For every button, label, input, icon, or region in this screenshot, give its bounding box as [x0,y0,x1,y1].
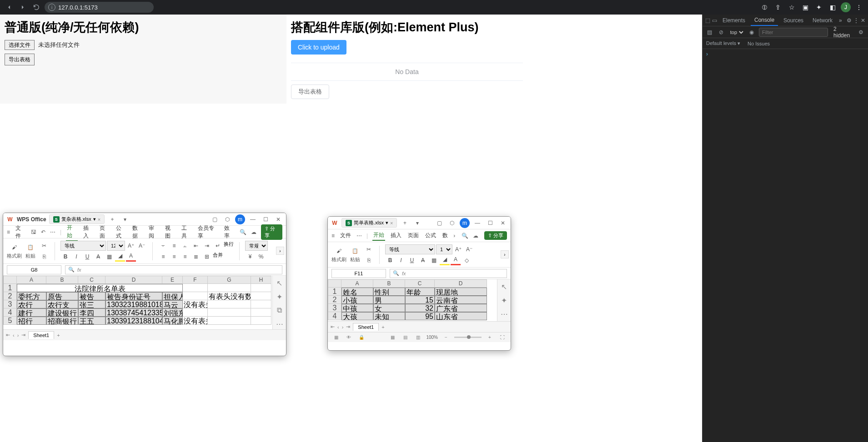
cube-icon[interactable]: ⬡ [447,218,457,228]
file-menu[interactable]: 文件 [15,223,26,241]
font-grow-icon[interactable]: A⁺ [126,241,136,251]
align-top-icon[interactable]: ⫟ [158,241,168,251]
sheet-last-icon[interactable]: ⇥ [21,332,25,338]
zoom-slider[interactable] [454,337,482,338]
bookmark-icon[interactable]: ☆ [786,2,797,13]
align-center-icon[interactable]: ≡ [169,252,179,262]
devtools-close-icon[interactable]: ✕ [861,16,865,25]
zoom-out-icon[interactable]: − [442,333,451,342]
sheet-last-icon[interactable]: ⇥ [346,324,350,330]
choose-file-button[interactable]: 选择文件 [5,40,35,50]
format-brush-group[interactable]: 🖌格式刷 [331,246,346,263]
translate-icon[interactable]: ⦷ [759,2,770,13]
fontsize-select[interactable]: 12 [436,244,452,254]
tab-dropdown-icon[interactable]: ▾ [386,220,388,226]
extensions-icon[interactable]: ✦ [813,2,824,13]
console-sidebar-icon[interactable]: ▤ [705,28,714,37]
new-tab-button[interactable]: + [107,214,117,224]
underline-icon[interactable]: U [82,252,92,262]
cloud-icon[interactable]: ☁ [473,233,478,239]
star-tool-icon[interactable]: ✦ [500,296,509,305]
cut-icon[interactable]: ✂ [39,241,49,251]
font-color-icon[interactable]: A [126,252,136,262]
menu-icon[interactable]: ⋮ [853,2,864,13]
sheet-prev-icon[interactable]: ‹ [13,333,15,338]
italic-icon[interactable]: I [71,252,81,262]
search-icon[interactable]: 🔍 [240,229,246,235]
site-info-icon[interactable]: i [48,4,55,11]
search-icon[interactable]: 🔍 [462,233,468,239]
export-button-el[interactable]: 导出表格 [291,84,329,99]
clear-console-icon[interactable]: ⊘ [717,28,725,37]
sheet-prev-icon[interactable]: ‹ [337,324,339,330]
bold-icon[interactable]: B [385,255,395,265]
tab-console[interactable]: Console [751,15,778,26]
cursor-tool-icon[interactable]: ↖ [275,278,284,288]
status-grid-icon[interactable]: ▦ [331,333,341,342]
font-select[interactable]: 等线 [385,244,435,254]
new-tab-button[interactable]: + [400,218,410,228]
zoom-fx-icon[interactable]: 🔍 [393,270,399,276]
copy-icon[interactable]: ⎘ [39,252,49,262]
view-break-icon[interactable]: ▥ [413,333,422,342]
hamburger-icon[interactable]: ≡ [7,229,10,235]
export-button-plain[interactable]: 导出表格 [5,54,35,65]
share-button[interactable]: ⇪ 分享 [261,224,282,240]
align-mid-icon[interactable]: ≡ [169,241,179,251]
paste-group[interactable]: 📋粘贴 [25,243,35,259]
border-icon[interactable]: ▦ [429,255,439,265]
star-tool-icon[interactable]: ✦ [275,292,284,301]
undo-icon[interactable]: ↶ [41,229,45,235]
save-icon[interactable]: 🖫 [31,229,36,235]
menu-view[interactable]: 视图 [164,223,176,241]
maximize-button[interactable]: ☐ [485,218,495,228]
currency-icon[interactable]: ¥ [245,252,255,262]
tab-close-icon[interactable]: × [98,217,100,222]
ribbon-expand-icon[interactable]: › [276,247,284,255]
add-sheet-icon[interactable]: + [57,333,60,338]
fullscreen-icon[interactable]: ⛶ [498,333,507,342]
menu-overflow-icon[interactable]: › [453,233,455,239]
underline-icon[interactable]: U [407,255,417,265]
menu-page[interactable]: 页面 [99,223,110,241]
wps1-titlebar[interactable]: W WPS Office S 复杂表格.xlsx ▾ × + ▾ ▢ ⬡ m —… [3,213,286,226]
status-lock-icon[interactable]: 🔒 [357,333,366,342]
live-expression-icon[interactable]: ◉ [748,28,756,37]
numfmt-select[interactable]: 常规 [245,241,268,251]
maximize-button[interactable]: ☐ [261,214,271,224]
close-button[interactable]: ✕ [273,214,283,224]
menu-formula[interactable]: 公式 [115,223,127,241]
console-filter-input[interactable] [759,28,828,37]
font-select[interactable]: 等线 [60,241,106,251]
profile-avatar[interactable]: J [841,2,851,12]
wps2-spreadsheet-grid[interactable]: ABCD1234姓名性别年龄现居地小孩男15云南省中孩女32广东省大孩未知95山… [328,279,511,320]
sheet-tab[interactable]: Sheet1 [353,323,379,331]
more-icon[interactable]: ⋯ [50,229,55,235]
hamburger-icon[interactable]: ≡ [331,233,335,239]
zoom-fx-icon[interactable]: 🔍 [68,267,75,273]
strike-icon[interactable]: A̶ [418,255,428,265]
minimize-button[interactable]: — [472,218,482,228]
formula-bar[interactable]: 🔍fx [390,269,507,278]
more-tools-icon[interactable]: ⋯ [500,309,509,318]
format-brush-group[interactable]: 🖌格式刷 [7,243,22,259]
fill-color-icon[interactable]: ◢ [115,252,125,262]
file-menu[interactable]: 文件 [339,231,352,240]
view-page-icon[interactable]: ▤ [401,333,410,342]
menu-insert[interactable]: 插入 [82,223,94,241]
tab-network[interactable]: Network [809,15,836,25]
layers-icon[interactable]: ⧉ [275,306,284,315]
default-levels[interactable]: Default levels ▾ [706,40,740,46]
sheet-first-icon[interactable]: ⇤ [331,324,335,330]
menu-insert[interactable]: 插入 [390,231,402,240]
more-tools-icon[interactable]: ⋯ [275,319,284,328]
reader-icon[interactable]: ▢ [434,218,444,228]
minimize-button[interactable]: — [248,214,258,224]
font-shrink-icon[interactable]: A⁻ [464,244,474,254]
settings-icon[interactable]: ⚙ [847,16,852,25]
clear-fmt-icon[interactable]: ◇ [462,255,472,265]
console-settings-icon[interactable]: ⚙ [857,28,865,37]
align-justify-icon[interactable]: ≣ [191,252,201,262]
status-eye-icon[interactable]: 👁 [344,333,353,342]
console-prompt[interactable]: › [702,49,868,59]
